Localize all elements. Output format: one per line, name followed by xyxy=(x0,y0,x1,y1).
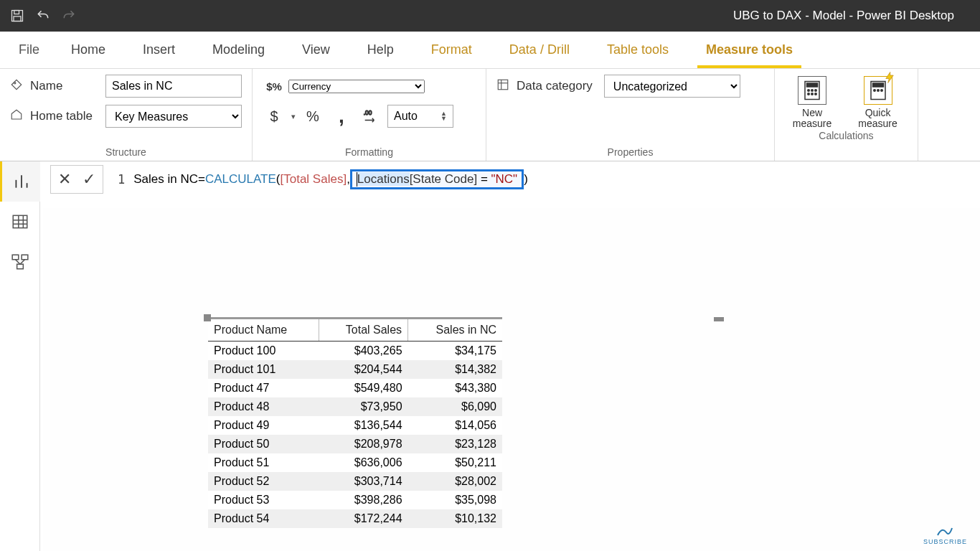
name-input[interactable] xyxy=(105,75,242,98)
svg-rect-31 xyxy=(17,264,24,269)
save-icon[interactable] xyxy=(9,7,26,24)
cancel-formula-button[interactable]: ✕ xyxy=(58,170,71,189)
svg-point-12 xyxy=(815,90,817,92)
table-row[interactable]: Product 100$403,265$34,175 xyxy=(208,342,502,361)
ribbon: Name Home table Key Measures Structure $… xyxy=(0,69,980,161)
svg-rect-17 xyxy=(872,83,883,87)
formula-bar: ✕ ✓ 1 Sales in NC = CALCULATE ( [Total S… xyxy=(50,162,980,197)
formula-line-number: 1 xyxy=(112,172,125,187)
format-prefix-icon: $% xyxy=(263,75,286,98)
table-row[interactable]: Product 53$398,286$35,098 xyxy=(208,491,502,509)
redo-icon[interactable] xyxy=(60,7,77,24)
table-row[interactable]: Product 50$208,978$23,128 xyxy=(208,435,502,453)
view-rail xyxy=(0,161,40,551)
tab-home[interactable]: Home xyxy=(52,32,124,68)
ribbon-group-properties: Data category Uncategorized Properties xyxy=(486,69,775,161)
svg-line-32 xyxy=(16,260,21,265)
svg-rect-24 xyxy=(13,215,27,227)
svg-point-18 xyxy=(873,90,875,92)
table-row[interactable]: Product 101$204,544$14,382 xyxy=(208,360,502,379)
data-category-select[interactable]: Uncategorized xyxy=(604,75,740,98)
svg-text:.00: .00 xyxy=(364,110,372,116)
ribbon-tab-strip: File Home Insert Modeling View Help Form… xyxy=(0,32,980,69)
table-header-row: Product Name Total Sales Sales in NC xyxy=(208,319,502,342)
calculator-icon xyxy=(798,76,826,105)
new-measure-button[interactable]: New measure xyxy=(785,76,839,130)
undo-icon[interactable] xyxy=(34,7,52,24)
tab-insert[interactable]: Insert xyxy=(124,32,194,68)
data-category-label: Data category xyxy=(517,79,593,93)
commit-formula-button[interactable]: ✓ xyxy=(83,170,95,189)
svg-point-19 xyxy=(877,90,879,92)
report-canvas[interactable]: Product Name Total Sales Sales in NC Pro… xyxy=(43,208,980,551)
chevron-down-icon[interactable]: ▾ xyxy=(291,112,296,121)
ribbon-group-formatting: $% Currency $ ▾ % , .00 Auto ▲▼ Formatti… xyxy=(253,69,486,161)
home-table-icon xyxy=(10,108,24,124)
title-bar: UBG to DAX - Model - Power BI Desktop xyxy=(0,0,980,32)
model-view-button[interactable] xyxy=(0,242,40,282)
calculations-group-label: Calculations xyxy=(785,130,908,144)
svg-rect-2 xyxy=(14,17,21,22)
svg-line-33 xyxy=(20,260,25,265)
category-icon xyxy=(496,78,511,94)
ribbon-group-structure: Name Home table Key Measures Structure xyxy=(0,69,253,161)
resize-handle-icon[interactable] xyxy=(204,314,211,321)
percent-button[interactable]: % xyxy=(301,105,324,128)
table-visual[interactable]: Product Name Total Sales Sales in NC Pro… xyxy=(208,317,502,528)
table-row[interactable]: Product 52$303,714$28,002 xyxy=(208,472,502,491)
data-view-button[interactable] xyxy=(0,202,40,242)
properties-group-label: Properties xyxy=(496,146,764,161)
table-row[interactable]: Product 49$136,544$14,056 xyxy=(208,416,502,435)
svg-point-13 xyxy=(808,93,810,95)
tab-format[interactable]: Format xyxy=(413,32,491,68)
ribbon-group-calculations: New measure Quick measure Calculations xyxy=(775,69,918,161)
col-header-product[interactable]: Product Name xyxy=(208,319,319,342)
svg-point-11 xyxy=(811,90,814,92)
tab-table-tools[interactable]: Table tools xyxy=(588,32,687,68)
table-row[interactable]: Product 48$73,950$6,090 xyxy=(208,397,502,416)
table-row[interactable]: Product 51$636,006$50,211 xyxy=(208,453,502,472)
quick-measure-icon xyxy=(864,76,892,105)
home-table-label: Home table xyxy=(30,109,93,123)
tab-data-drill[interactable]: Data / Drill xyxy=(491,32,588,68)
tag-icon xyxy=(10,78,24,94)
decimals-icon[interactable]: .00 xyxy=(359,105,382,128)
stepper-arrows-icon[interactable]: ▲▼ xyxy=(440,111,447,121)
currency-button[interactable]: $ xyxy=(263,105,286,128)
col-header-total[interactable]: Total Sales xyxy=(319,319,408,342)
tab-modeling[interactable]: Modeling xyxy=(194,32,283,68)
tab-measure-tools[interactable]: Measure tools xyxy=(687,32,811,68)
table-row[interactable]: Product 47$549,480$43,380 xyxy=(208,379,502,397)
quick-measure-button[interactable]: Quick measure xyxy=(848,76,908,130)
decimals-stepper[interactable]: Auto ▲▼ xyxy=(387,105,453,128)
tab-view[interactable]: View xyxy=(283,32,349,68)
formula-highlight: Locations[State Code] = "NC" xyxy=(350,169,524,190)
table-row[interactable]: Product 54$172,244$10,132 xyxy=(208,509,502,528)
home-table-select[interactable]: Key Measures xyxy=(105,105,242,128)
svg-point-14 xyxy=(811,93,814,95)
window-title: UBG to DAX - Model - Power BI Desktop xyxy=(86,9,971,23)
col-header-nc[interactable]: Sales in NC xyxy=(408,319,502,342)
svg-rect-29 xyxy=(12,255,19,260)
svg-rect-30 xyxy=(22,255,28,260)
name-label: Name xyxy=(30,79,62,93)
svg-rect-5 xyxy=(498,80,508,90)
tab-file[interactable]: File xyxy=(6,32,52,68)
format-select[interactable]: Currency xyxy=(288,80,425,93)
formula-editor[interactable]: Sales in NC = CALCULATE ( [Total Sales] … xyxy=(133,169,980,190)
svg-rect-1 xyxy=(14,11,19,14)
svg-point-20 xyxy=(880,90,882,92)
subscribe-badge[interactable]: SUBSCRIBE xyxy=(923,525,967,545)
svg-point-10 xyxy=(808,90,810,92)
resize-handle-right-icon[interactable] xyxy=(714,317,724,321)
formatting-group-label: Formatting xyxy=(263,146,476,161)
tab-help[interactable]: Help xyxy=(349,32,413,68)
svg-point-3 xyxy=(14,83,16,84)
thousands-button[interactable]: , xyxy=(330,105,353,128)
svg-rect-9 xyxy=(807,83,818,87)
report-view-button[interactable] xyxy=(0,161,40,202)
svg-point-15 xyxy=(815,93,817,95)
structure-group-label: Structure xyxy=(10,146,242,161)
